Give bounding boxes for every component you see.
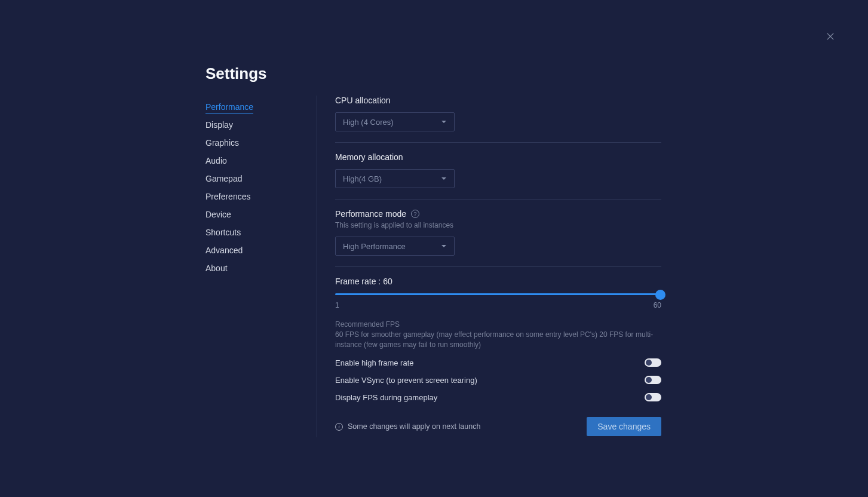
framerate-section: Frame rate : 60 1 60 Recommended FPS 60 … xyxy=(335,277,661,402)
caret-down-icon xyxy=(441,119,447,125)
page-title: Settings xyxy=(206,65,267,83)
toggle-knob xyxy=(646,394,652,400)
caret-down-icon xyxy=(441,243,447,249)
help-icon[interactable]: ? xyxy=(411,210,419,218)
performance-mode-section: Performance mode ? This setting is appli… xyxy=(335,209,661,267)
sidebar-item-about[interactable]: About xyxy=(206,259,304,277)
toggle-knob xyxy=(646,360,652,366)
framerate-slider[interactable] xyxy=(335,293,661,295)
performance-mode-select-value: High Performance xyxy=(343,242,406,251)
info-icon: i xyxy=(335,423,343,431)
toggle-display-fps[interactable] xyxy=(645,393,661,401)
toggle-vsync-label: Enable VSync (to prevent screen tearing) xyxy=(335,376,477,385)
footer-note: i Some changes will apply on next launch xyxy=(335,422,480,431)
close-button[interactable] xyxy=(825,31,837,43)
cpu-label: CPU allocation xyxy=(335,96,661,105)
sidebar-item-preferences[interactable]: Preferences xyxy=(206,188,304,205)
toggle-vsync[interactable] xyxy=(645,376,661,384)
toggle-display-fps-label: Display FPS during gameplay xyxy=(335,393,437,402)
framerate-min: 1 xyxy=(335,301,339,309)
sidebar-item-display[interactable]: Display xyxy=(206,116,304,134)
memory-select[interactable]: High(4 GB) xyxy=(335,169,455,188)
toggle-high-fps-label: Enable high frame rate xyxy=(335,358,414,367)
caret-down-icon xyxy=(441,176,447,182)
sidebar-item-shortcuts[interactable]: Shortcuts xyxy=(206,223,304,241)
sidebar-item-device[interactable]: Device xyxy=(206,205,304,223)
framerate-max: 60 xyxy=(654,301,661,309)
performance-mode-subtitle: This setting is applied to all instances xyxy=(335,221,661,229)
sidebar-item-advanced[interactable]: Advanced xyxy=(206,241,304,259)
settings-sidebar: Performance Display Graphics Audio Gamep… xyxy=(206,98,304,277)
toggle-knob xyxy=(646,377,652,383)
cpu-select[interactable]: High (4 Cores) xyxy=(335,112,455,131)
memory-section: Memory allocation High(4 GB) xyxy=(335,152,661,200)
memory-select-value: High(4 GB) xyxy=(343,174,382,183)
framerate-label: Frame rate : 60 xyxy=(335,277,661,286)
recommended-fps-body: 60 FPS for smoother gameplay (may effect… xyxy=(335,330,661,350)
footer: i Some changes will apply on next launch… xyxy=(335,417,661,436)
framerate-slider-thumb[interactable] xyxy=(655,290,665,300)
cpu-section: CPU allocation High (4 Cores) xyxy=(335,96,661,143)
performance-mode-select[interactable]: High Performance xyxy=(335,237,455,256)
memory-label: Memory allocation xyxy=(335,152,661,162)
cpu-select-value: High (4 Cores) xyxy=(343,118,394,127)
settings-main: CPU allocation High (4 Cores) Memory all… xyxy=(335,96,661,402)
sidebar-item-audio[interactable]: Audio xyxy=(206,152,304,170)
sidebar-item-graphics[interactable]: Graphics xyxy=(206,134,304,152)
performance-mode-label: Performance mode ? xyxy=(335,209,661,219)
toggle-high-fps[interactable] xyxy=(645,358,661,367)
sidebar-item-gamepad[interactable]: Gamepad xyxy=(206,170,304,188)
save-changes-button[interactable]: Save changes xyxy=(587,417,661,436)
vertical-divider xyxy=(317,96,317,437)
sidebar-item-performance[interactable]: Performance xyxy=(206,98,304,116)
recommended-fps-heading: Recommended FPS xyxy=(335,320,661,329)
